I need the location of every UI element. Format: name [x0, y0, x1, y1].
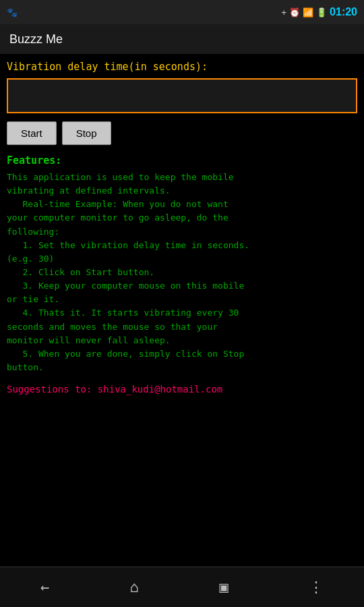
features-text: This application is used to keep the mob… — [7, 171, 357, 374]
features-title: Features: — [7, 154, 357, 167]
battery-icon: 🔋 — [316, 7, 327, 18]
button-row: Start Stop — [7, 121, 357, 145]
status-right: + ⏰ 📶 🔋 01:20 — [281, 6, 357, 18]
stop-button[interactable]: Stop — [62, 121, 111, 145]
recents-button[interactable]: ▣ — [219, 579, 228, 596]
bluetooth-icon: + — [281, 7, 286, 18]
alarm-icon: ⏰ — [289, 7, 300, 18]
start-button[interactable]: Start — [7, 121, 57, 145]
menu-button[interactable]: ⋮ — [309, 579, 324, 596]
back-button[interactable]: ← — [40, 579, 49, 596]
app-title: Buzzz Me — [9, 32, 63, 47]
vibration-label: Vibration delay time(in seconds): — [7, 61, 357, 73]
suggestions-text: Suggestions to: shiva_kudi@hotmail.com — [7, 384, 357, 395]
signal-icon: 📶 — [303, 7, 313, 18]
animal-icon: 🐾 — [7, 7, 18, 18]
nav-bar: ← ⌂ ▣ ⋮ — [0, 567, 364, 607]
status-left: 🐾 — [7, 7, 18, 18]
status-bar: 🐾 + ⏰ 📶 🔋 01:20 — [0, 0, 364, 24]
status-time: 01:20 — [330, 6, 357, 18]
main-content: Vibration delay time(in seconds): Start … — [0, 54, 364, 567]
title-bar: Buzzz Me — [0, 24, 364, 54]
home-button[interactable]: ⌂ — [130, 579, 139, 596]
delay-input[interactable] — [7, 78, 357, 113]
